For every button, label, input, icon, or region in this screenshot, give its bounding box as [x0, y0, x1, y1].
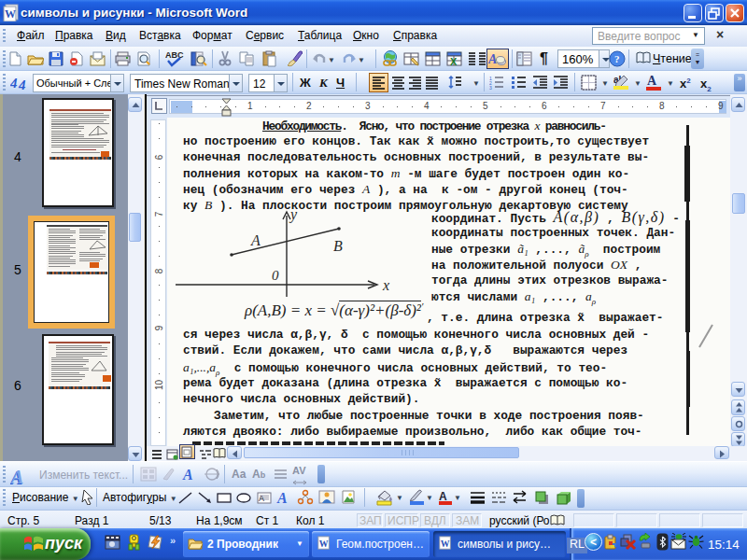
svg-text:y: y [289, 206, 298, 223]
svg-text:A: A [647, 74, 657, 88]
svg-text:0: 0 [272, 268, 279, 283]
svg-text:A: A [10, 468, 23, 487]
svg-text:B: B [333, 238, 343, 254]
svg-text:4: 4 [18, 77, 26, 91]
svg-text:ABC: ABC [165, 50, 184, 60]
svg-text:?: ? [614, 53, 620, 64]
svg-text:X: X [450, 56, 458, 67]
svg-text:A: A [259, 494, 264, 503]
svg-text:x: x [382, 277, 389, 293]
svg-text:A: A [276, 490, 288, 506]
svg-text:A: A [439, 490, 447, 503]
svg-text:W: W [5, 7, 16, 21]
svg-text:W: W [319, 539, 329, 549]
svg-text:W: W [441, 539, 450, 549]
svg-text:A: A [182, 467, 193, 483]
svg-text:4: 4 [10, 76, 18, 91]
svg-text:A: A [250, 232, 261, 248]
svg-text:A: A [488, 52, 497, 66]
svg-text:3: 3 [489, 85, 492, 90]
